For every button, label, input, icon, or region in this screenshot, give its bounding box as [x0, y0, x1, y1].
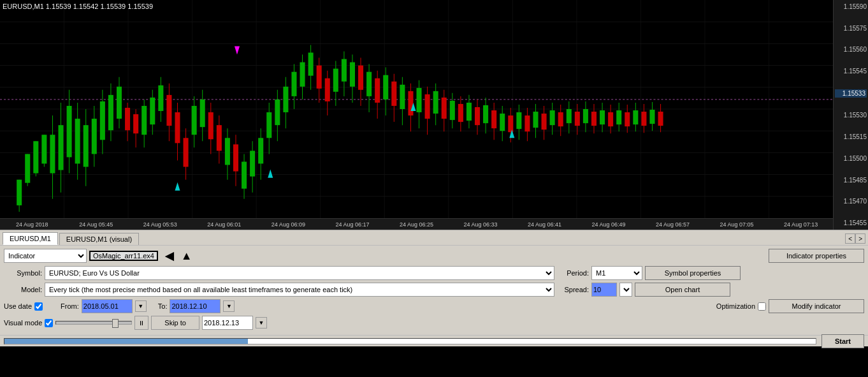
svg-rect-114 — [391, 82, 396, 106]
time-axis: 24 Aug 2018 24 Aug 05:45 24 Aug 05:53 24… — [0, 218, 833, 230]
svg-rect-70 — [208, 112, 213, 139]
optimization-label: Optimization — [716, 302, 755, 310]
spread-label: Spread: — [557, 286, 589, 293]
svg-rect-98 — [325, 78, 330, 101]
use-date-checkbox[interactable] — [34, 302, 43, 311]
price-level: 1.15470 — [835, 198, 867, 205]
type-select[interactable]: Indicator Expert Advisor Script — [4, 249, 87, 263]
svg-rect-88 — [283, 87, 288, 112]
svg-rect-96 — [317, 66, 322, 89]
tab-eurusd-m1[interactable]: EURUSD,M1 — [3, 232, 58, 245]
open-chart-button[interactable]: Open chart — [635, 283, 730, 297]
visual-mode-checkbox[interactable] — [45, 319, 53, 327]
optimization-checkbox[interactable] — [758, 302, 766, 311]
from-date-calendar[interactable]: ▼ — [135, 300, 147, 312]
svg-rect-156 — [567, 109, 572, 123]
svg-rect-126 — [442, 98, 447, 119]
indicator-row: Indicator Expert Advisor Script OsMagic_… — [4, 248, 864, 263]
tab-nav-next[interactable]: > — [855, 233, 865, 244]
svg-rect-138 — [491, 110, 496, 128]
indicator-properties-button[interactable]: Indicator properties — [769, 249, 864, 263]
time-label: 24 Aug 05:45 — [64, 221, 129, 228]
price-level: 1.15455 — [835, 219, 867, 226]
svg-rect-90 — [291, 72, 296, 96]
svg-rect-36 — [67, 106, 72, 157]
date-row: Use date From: ▼ To: ▼ Optimization Modi… — [4, 299, 864, 313]
svg-rect-152 — [550, 110, 555, 125]
symbol-label: Symbol: — [4, 269, 42, 277]
period-select[interactable]: M1 M5 M15 H1 D1 — [591, 266, 642, 280]
price-level: 1.15500 — [835, 155, 867, 162]
svg-rect-32 — [50, 135, 55, 173]
svg-rect-50 — [125, 108, 130, 130]
controls-area: Indicator Expert Advisor Script OsMagic_… — [0, 245, 868, 335]
price-level: 1.15530 — [835, 112, 867, 119]
time-label: 24 Aug 06:17 — [321, 221, 385, 228]
svg-rect-160 — [583, 109, 588, 123]
svg-rect-158 — [575, 112, 580, 126]
svg-rect-174 — [641, 112, 646, 126]
svg-rect-168 — [616, 110, 621, 124]
speed-slider-track[interactable] — [55, 321, 132, 325]
svg-rect-164 — [600, 110, 605, 124]
speed-slider-thumb[interactable] — [112, 319, 119, 328]
svg-rect-176 — [649, 110, 655, 124]
svg-rect-54 — [141, 106, 147, 135]
svg-rect-106 — [358, 66, 363, 90]
time-label: 24 Aug 06:09 — [256, 221, 321, 228]
svg-rect-44 — [100, 101, 105, 140]
symbol-properties-button[interactable]: Symbol properties — [645, 266, 741, 280]
svg-rect-64 — [184, 138, 189, 166]
svg-rect-92 — [300, 63, 305, 87]
time-label: 24 Aug 06:41 — [512, 221, 577, 228]
svg-rect-42 — [92, 119, 97, 154]
price-level: 1.15515 — [835, 133, 867, 140]
skip-to-date-input[interactable] — [202, 316, 253, 330]
tab-eurusd-m1-visual[interactable]: EURUSD,M1 (visual) — [59, 233, 139, 245]
svg-rect-120 — [417, 88, 422, 112]
time-label: 24 Aug 06:33 — [449, 221, 513, 228]
svg-rect-80 — [250, 151, 255, 176]
tab-nav-buttons: < > — [845, 233, 868, 245]
time-label: 24 Aug 07:13 — [769, 221, 833, 228]
to-date-calendar[interactable]: ▼ — [223, 300, 235, 312]
price-level: 1.15560 — [835, 46, 867, 53]
pause-button[interactable]: ⏸ — [134, 316, 148, 330]
svg-rect-86 — [275, 100, 280, 125]
tab-nav-prev[interactable]: < — [845, 233, 855, 244]
model-label: Model: — [4, 286, 42, 293]
svg-rect-166 — [608, 112, 613, 126]
svg-rect-94 — [308, 52, 314, 75]
use-date-label: Use date — [4, 302, 32, 310]
price-level: 1.15590 — [835, 3, 867, 10]
svg-rect-46 — [108, 95, 113, 130]
svg-rect-78 — [242, 161, 247, 188]
symbol-select[interactable]: EURUSD; Euro Vs US Dollar — [45, 266, 554, 280]
svg-rect-72 — [217, 125, 222, 151]
svg-rect-84 — [266, 112, 271, 138]
skip-date-calendar[interactable]: ▼ — [256, 317, 267, 329]
svg-rect-144 — [516, 112, 521, 129]
svg-rect-146 — [524, 115, 530, 131]
symbol-row: Symbol: EURUSD; Euro Vs US Dollar Period… — [4, 266, 864, 280]
svg-rect-76 — [233, 144, 238, 171]
svg-rect-108 — [366, 72, 372, 96]
price-level: 1.15485 — [835, 177, 867, 184]
model-select[interactable]: Every tick (the most precise method base… — [45, 283, 554, 297]
svg-rect-52 — [133, 114, 138, 133]
svg-rect-116 — [400, 85, 405, 109]
bottom-strip: Start — [0, 335, 868, 346]
svg-rect-128 — [450, 101, 455, 120]
svg-rect-150 — [542, 114, 547, 129]
svg-rect-38 — [75, 119, 80, 163]
spread-input[interactable] — [591, 283, 617, 297]
start-button[interactable]: Start — [821, 334, 864, 348]
from-label: From: — [61, 302, 79, 310]
spread-select[interactable] — [619, 283, 632, 297]
time-label: 24 Aug 07:05 — [705, 221, 769, 228]
from-date-input[interactable] — [82, 299, 133, 313]
modify-indicator-button[interactable]: Modify indicator — [769, 299, 864, 313]
skip-to-button[interactable]: Skip to — [151, 316, 199, 330]
svg-rect-132 — [467, 103, 472, 121]
to-date-input[interactable] — [170, 299, 221, 313]
